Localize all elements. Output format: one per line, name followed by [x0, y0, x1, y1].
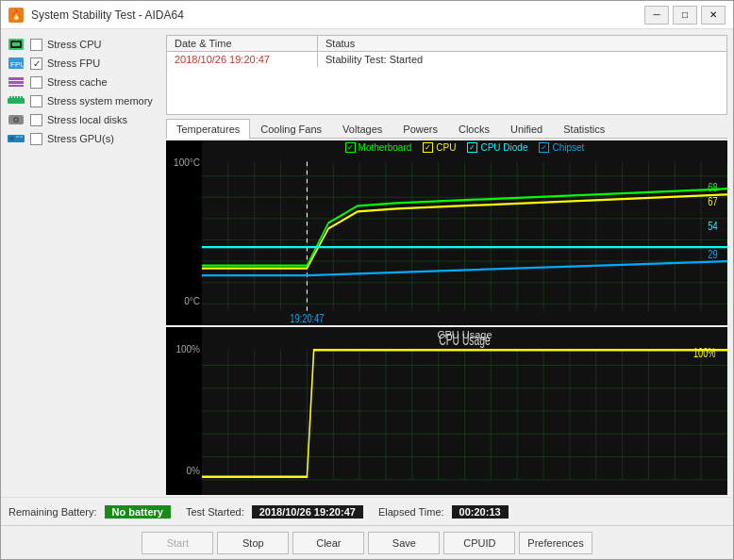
svg-rect-19: [16, 136, 19, 138]
temperature-chart: 100°C 0°C Motherboard: [166, 140, 727, 325]
maximize-button[interactable]: □: [673, 6, 697, 25]
svg-text:FPU: FPU: [10, 60, 25, 69]
cpu-chart-inner: CPU Usage: [202, 327, 727, 495]
tab-temperatures[interactable]: Temperatures: [166, 119, 250, 139]
svg-text:19:20:47: 19:20:47: [290, 310, 324, 324]
stress-cache-item: Stress cache: [7, 73, 160, 91]
cpu-chart-svg: 100% CPU Usage: [202, 327, 727, 495]
svg-text:100%: 100%: [693, 345, 716, 361]
svg-rect-10: [12, 96, 14, 98]
svg-rect-12: [18, 96, 20, 98]
battery-value: No battery: [105, 505, 171, 519]
cpu-y-min: 0%: [166, 466, 200, 476]
status-text: Stability Test: Started: [318, 52, 726, 67]
tab-statistics[interactable]: Statistics: [553, 119, 615, 139]
svg-rect-9: [9, 96, 11, 98]
right-panel: Date & Time Status 2018/10/26 19:20:47 S…: [166, 29, 733, 497]
stress-memory-checkbox[interactable]: [30, 95, 42, 107]
status-row-1: 2018/10/26 19:20:47 Stability Test: Star…: [167, 52, 726, 67]
legend-cpu-diode-checkbox[interactable]: [467, 142, 477, 153]
svg-text:68: 68: [708, 179, 717, 193]
svg-rect-2: [12, 42, 20, 46]
start-button[interactable]: Start: [142, 532, 213, 554]
elapsed-label: Elapsed Time:: [378, 506, 444, 518]
button-bar: Start Stop Clear Save CPUID Preferences: [1, 525, 733, 559]
legend-cpu: CPU: [423, 142, 456, 153]
tab-voltages[interactable]: Voltages: [332, 119, 392, 139]
test-started-label: Test Started:: [186, 506, 244, 518]
legend-cpu-diode: CPU Diode: [467, 142, 527, 153]
svg-text:54: 54: [708, 218, 718, 232]
svg-point-16: [15, 119, 17, 121]
svg-text:29: 29: [708, 246, 717, 260]
stress-fpu-label: Stress FPU: [47, 58, 100, 69]
save-button[interactable]: Save: [368, 532, 440, 554]
stress-cpu-label: Stress CPU: [47, 39, 101, 50]
temp-chart-svg: 19:20:47 68 67 54 29: [202, 140, 727, 325]
charts-area: 100°C 0°C Motherboard: [166, 139, 727, 497]
svg-text:67: 67: [708, 193, 717, 207]
content-area: Stress CPU FPU Stress FPU Stress cache: [1, 29, 733, 497]
cache-icon: [7, 74, 25, 90]
cpu-icon: [7, 37, 25, 52]
title-bar: 🔥 System Stability Test - AIDA64 ─ □ ✕: [1, 1, 733, 29]
temp-y-min: 0°C: [166, 296, 200, 306]
disks-icon: [7, 112, 25, 127]
cpu-chart-title: CPU Usage: [202, 329, 727, 340]
memory-icon: [7, 93, 25, 108]
legend-chipset-checkbox[interactable]: [539, 142, 549, 153]
fpu-icon: FPU: [7, 56, 25, 71]
svg-rect-8: [8, 98, 25, 104]
tab-unified[interactable]: Unified: [500, 119, 553, 139]
stress-disks-item: Stress local disks: [7, 110, 160, 129]
status-empty-area: [167, 67, 726, 114]
stress-cache-checkbox[interactable]: [30, 76, 42, 89]
close-button[interactable]: ✕: [701, 6, 726, 25]
main-window: 🔥 System Stability Test - AIDA64 ─ □ ✕ S…: [0, 0, 734, 560]
window-controls: ─ □ ✕: [644, 6, 726, 25]
preferences-button[interactable]: Preferences: [519, 532, 592, 554]
tab-cooling-fans[interactable]: Cooling Fans: [250, 119, 332, 139]
window-title: System Stability Test - AIDA64: [31, 8, 637, 22]
status-table-header: Date & Time Status: [167, 36, 726, 52]
svg-rect-13: [21, 96, 23, 98]
minimize-button[interactable]: ─: [644, 6, 669, 25]
legend-chipset-label: Chipset: [552, 142, 584, 153]
tabs-area: Temperatures Cooling Fans Voltages Power…: [166, 119, 727, 497]
elapsed-value: 00:20:13: [452, 505, 509, 519]
legend-chipset: Chipset: [539, 142, 584, 153]
clear-button[interactable]: Clear: [292, 532, 364, 554]
tab-bar: Temperatures Cooling Fans Voltages Power…: [166, 119, 727, 139]
stress-fpu-checkbox[interactable]: [30, 58, 42, 70]
stress-cpu-item: Stress CPU: [7, 35, 160, 54]
tab-powers[interactable]: Powers: [392, 119, 448, 139]
legend-motherboard-checkbox[interactable]: [345, 142, 356, 153]
svg-rect-18: [9, 137, 14, 140]
svg-rect-5: [8, 77, 24, 80]
status-datetime: 2018/10/26 19:20:47: [167, 52, 318, 67]
legend-motherboard-label: Motherboard: [359, 142, 412, 153]
stress-cpu-checkbox[interactable]: [30, 39, 42, 51]
temp-chart-inner: Motherboard CPU CPU Diode: [202, 140, 727, 325]
stress-disks-checkbox[interactable]: [30, 114, 42, 126]
status-table: Date & Time Status 2018/10/26 19:20:47 S…: [166, 35, 727, 115]
cpu-usage-chart: 100% 0% CPU Usage: [166, 327, 727, 495]
legend-motherboard: Motherboard: [345, 142, 412, 153]
cpuid-button[interactable]: CPUID: [443, 532, 515, 554]
gpu-icon: [7, 131, 25, 146]
svg-rect-7: [8, 85, 24, 87]
cpu-y-max: 100%: [166, 344, 200, 354]
stress-gpu-checkbox[interactable]: [30, 133, 42, 145]
stress-cache-label: Stress cache: [47, 76, 108, 88]
tab-clocks[interactable]: Clocks: [448, 119, 500, 139]
stop-button[interactable]: Stop: [217, 532, 289, 554]
stress-gpu-item: Stress GPU(s): [7, 129, 160, 148]
legend-cpu-checkbox[interactable]: [423, 142, 433, 153]
test-started-value: 2018/10/26 19:20:47: [252, 505, 363, 519]
legend-cpu-label: CPU: [436, 142, 456, 153]
col-datetime-header: Date & Time: [167, 36, 318, 51]
app-icon: 🔥: [8, 8, 24, 23]
temp-y-max: 100°C: [166, 157, 200, 168]
stress-fpu-item: FPU Stress FPU: [7, 54, 160, 73]
stress-memory-item: Stress system memory: [7, 91, 160, 110]
